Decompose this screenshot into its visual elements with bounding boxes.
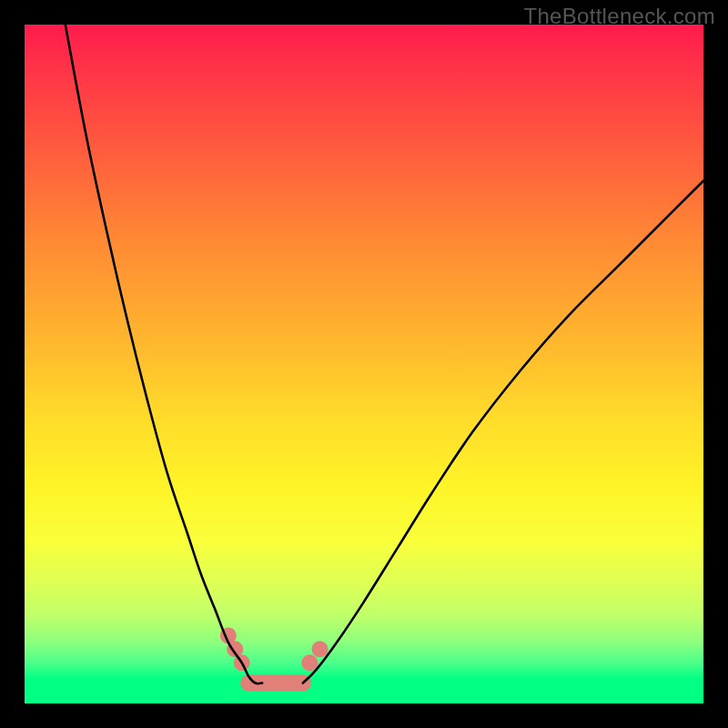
plot-area [25, 25, 703, 703]
salmon-marker-group [220, 627, 329, 671]
curve-layer [25, 25, 703, 703]
right-curve [303, 181, 703, 683]
chart-frame: TheBottleneck.com [0, 0, 728, 728]
watermark-text: TheBottleneck.com [523, 4, 715, 29]
left-curve [66, 25, 262, 683]
salmon-marker [301, 654, 318, 671]
salmon-marker [312, 641, 329, 657]
